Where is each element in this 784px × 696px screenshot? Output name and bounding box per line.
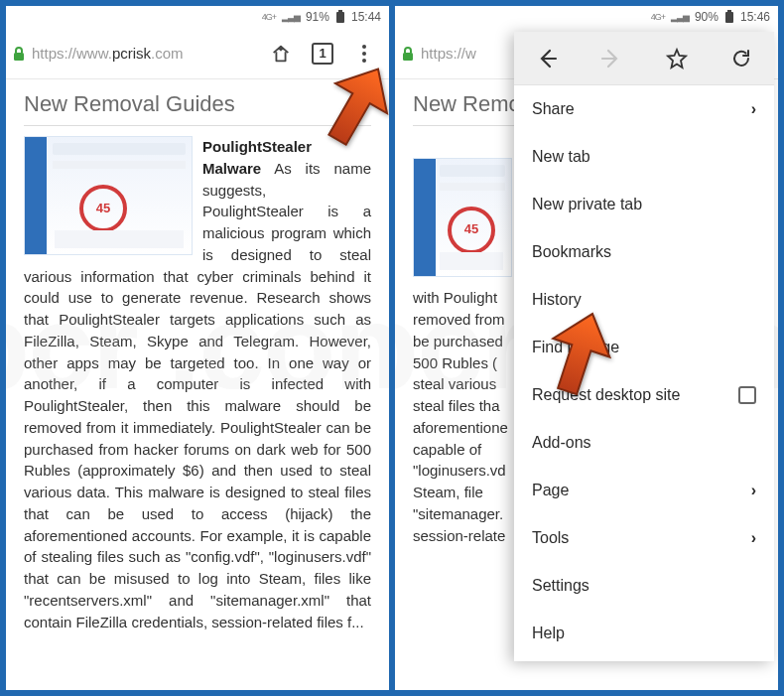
menu-item-share[interactable]: Share › <box>514 85 774 133</box>
status-bar: 4G+ ▂▃▅ 91% 15:44 <box>6 6 389 28</box>
signal-icon: ▂▃▅ <box>671 12 689 22</box>
battery-pct: 91% <box>306 10 329 24</box>
svg-rect-0 <box>336 12 344 23</box>
tabs-button[interactable]: 1 <box>304 34 341 73</box>
url-partial: w <box>465 45 476 62</box>
svg-point-3 <box>362 45 366 49</box>
clock: 15:44 <box>351 10 381 24</box>
menu-item-tools[interactable]: Tools › <box>514 514 774 562</box>
svg-point-4 <box>362 52 366 56</box>
svg-rect-2 <box>14 53 24 61</box>
url-scheme: https:// <box>32 45 76 62</box>
thumb-score: 45 <box>79 185 127 232</box>
url-tld: .com <box>151 45 184 62</box>
svg-point-5 <box>362 59 366 63</box>
menu-item-new-tab[interactable]: New tab <box>514 133 774 181</box>
bookmark-star-button[interactable] <box>651 35 703 82</box>
menu-button[interactable] <box>345 34 383 73</box>
thumb-score: 45 <box>448 207 495 254</box>
url-host: www. <box>76 45 112 62</box>
reload-button[interactable] <box>716 35 767 82</box>
url-scheme: https:// <box>421 45 465 62</box>
menu-nav-row <box>514 32 774 85</box>
home-icon <box>270 43 292 65</box>
arrow-right-icon <box>599 47 623 70</box>
lock-icon <box>12 46 26 62</box>
menu-label: Settings <box>532 577 589 595</box>
menu-label: Help <box>532 625 565 642</box>
url-bar: https://www.pcrisk.com 1 <box>6 28 389 79</box>
kebab-icon <box>355 44 373 64</box>
menu-label: Share <box>532 100 575 118</box>
network-type: 4G+ <box>262 12 276 22</box>
menu-label: Find in page <box>532 339 619 356</box>
article: 45 PoulightStealer Malware As its name s… <box>24 136 371 632</box>
menu-item-help[interactable]: Help <box>514 610 774 657</box>
menu-label: History <box>532 291 582 309</box>
status-bar: 4G+ ▂▃▅ 90% 15:46 <box>395 6 778 28</box>
page-content[interactable]: pcr .com New Removal Guides 45 PoulightS… <box>6 79 389 690</box>
menu-item-addons[interactable]: Add-ons <box>514 419 774 467</box>
checkbox-icon[interactable] <box>738 386 756 404</box>
home-button[interactable] <box>262 34 300 73</box>
svg-rect-6 <box>725 12 733 23</box>
clock: 15:46 <box>740 10 770 24</box>
svg-rect-8 <box>403 53 413 61</box>
nav-forward-button[interactable] <box>586 35 637 82</box>
tab-count: 1 <box>312 43 333 65</box>
left-panel: 4G+ ▂▃▅ 91% 15:44 https://www.pcrisk.com… <box>6 6 389 690</box>
menu-label: Bookmarks <box>532 243 611 261</box>
menu-label: New tab <box>532 148 590 166</box>
menu-label: Request desktop site <box>532 386 680 404</box>
chevron-right-icon: › <box>751 482 756 499</box>
arrow-left-icon <box>535 47 559 70</box>
menu-item-history[interactable]: History <box>514 276 774 324</box>
svg-rect-7 <box>727 10 731 12</box>
menu-label: Page <box>532 482 569 499</box>
battery-pct: 90% <box>695 10 719 24</box>
signal-icon: ▂▃▅ <box>282 12 300 22</box>
url-field[interactable]: https://www.pcrisk.com <box>12 45 258 62</box>
svg-rect-1 <box>338 10 342 12</box>
menu-item-new-private-tab[interactable]: New private tab <box>514 181 774 228</box>
overflow-menu: Share › New tab New private tab Bookmark… <box>514 32 774 661</box>
menu-label: New private tab <box>532 196 642 213</box>
menu-label: Add-ons <box>532 434 591 452</box>
battery-icon <box>724 10 734 24</box>
section-title: New Removal Guides <box>24 91 371 126</box>
menu-item-settings[interactable]: Settings <box>514 562 774 610</box>
menu-label: Tools <box>532 529 569 547</box>
network-type: 4G+ <box>651 12 665 22</box>
star-icon <box>665 47 689 70</box>
article-thumbnail[interactable]: 45 <box>24 136 193 255</box>
menu-item-bookmarks[interactable]: Bookmarks <box>514 228 774 276</box>
lock-icon <box>401 46 415 62</box>
nav-back-button[interactable] <box>521 35 573 82</box>
battery-icon <box>335 10 345 24</box>
menu-item-request-desktop[interactable]: Request desktop site <box>514 371 774 419</box>
url-domain: pcrisk <box>112 45 151 62</box>
menu-item-page[interactable]: Page › <box>514 467 774 514</box>
chevron-right-icon: › <box>751 529 756 547</box>
right-panel: 4G+ ▂▃▅ 90% 15:46 https://w pcr .com New… <box>395 6 778 690</box>
menu-item-find-in-page[interactable]: Find in page <box>514 324 774 371</box>
article-thumbnail[interactable]: 45 <box>413 158 512 277</box>
chevron-right-icon: › <box>751 100 756 118</box>
reload-icon <box>729 47 753 70</box>
